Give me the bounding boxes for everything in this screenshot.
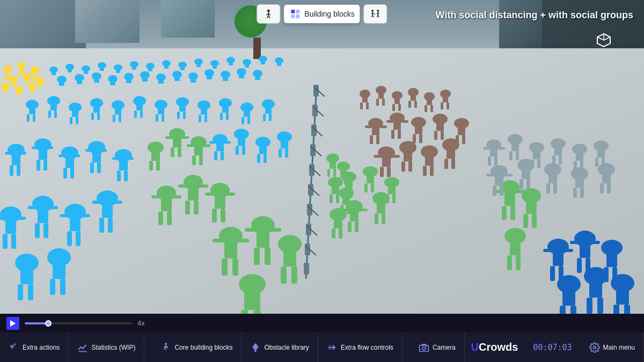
svg-point-516 [593, 346, 596, 349]
progress-track[interactable] [25, 322, 132, 324]
svg-rect-490 [291, 10, 295, 13]
obstacle-library-label: Obstacle library [264, 344, 309, 351]
svg-point-495 [377, 10, 379, 12]
svg-line-488 [267, 16, 268, 18]
ground-plane [0, 48, 644, 333]
pedestrian-icon [262, 8, 274, 20]
svg-line-483 [597, 37, 604, 40]
flow-arrow-icon [327, 342, 338, 353]
obstacle-library-tool[interactable]: Obstacle library [241, 333, 318, 362]
svg-line-503 [373, 15, 374, 17]
svg-marker-507 [10, 320, 16, 327]
statistics-label: Statistics (WIP) [91, 344, 135, 351]
extra-flow-controls-tool[interactable]: Extra flow controls [318, 333, 402, 362]
timer-display: 00:07:03 [524, 333, 580, 362]
building-center [161, 0, 215, 38]
bottom-center-tools: Core building blocks Obstacle library Ex… [152, 333, 402, 362]
main-menu-tool[interactable]: Main menu [581, 333, 644, 362]
svg-rect-493 [296, 14, 299, 18]
play-button[interactable] [6, 317, 19, 330]
extra-actions-tool[interactable]: Extra actions [0, 333, 69, 362]
camera-icon [419, 342, 429, 353]
speed-label: 4x [137, 319, 145, 327]
brand-text: UCrowds [471, 341, 518, 353]
simulation-mode-text: With social distancing + with social gro… [436, 10, 633, 21]
extra-flow-controls-label: Extra flow controls [341, 344, 393, 351]
main-menu-label: Main menu [603, 344, 635, 351]
core-building-blocks-label: Core building blocks [174, 344, 232, 351]
toolbar-btn-social[interactable] [364, 4, 387, 24]
svg-point-515 [426, 346, 427, 347]
camera-tool[interactable]: Camera [410, 333, 465, 362]
svg-line-482 [604, 37, 610, 40]
building-blocks-label: Building blocks [304, 10, 354, 18]
brand-u: U [471, 341, 479, 353]
toolbar-btn-pedestrian[interactable] [257, 4, 280, 24]
svg-line-505 [378, 15, 379, 17]
svg-rect-513 [420, 345, 429, 351]
timer-value: 00:07:03 [533, 343, 572, 352]
progress-thumb[interactable] [45, 320, 52, 327]
chart-icon [77, 342, 88, 353]
svg-rect-510 [255, 350, 257, 352]
svg-rect-492 [291, 14, 295, 18]
wrench-icon [9, 342, 19, 353]
svg-point-494 [372, 10, 374, 12]
camera-label: Camera [433, 344, 456, 351]
svg-point-509 [165, 343, 167, 345]
extra-actions-label: Extra actions [23, 344, 60, 351]
ucrowds-branding: UCrowds [465, 333, 525, 362]
tree-icon [250, 342, 261, 353]
playback-bar: 4x [0, 314, 644, 333]
toolbar-btn-building-blocks[interactable]: Building blocks [283, 4, 360, 24]
core-building-blocks-tool[interactable]: Core building blocks [152, 333, 241, 362]
top-toolbar: Building blocks [255, 4, 389, 24]
statistics-tool[interactable]: Statistics (WIP) [69, 333, 144, 362]
svg-rect-491 [296, 10, 299, 13]
cube-3d-icon [596, 32, 612, 48]
bottom-left-tools: Extra actions Statistics (WIP) [0, 333, 144, 362]
building-blocks-icon [289, 8, 301, 20]
social-distance-icon [370, 8, 382, 20]
bottom-toolbar: Extra actions Statistics (WIP) Core buil… [0, 333, 644, 362]
building-left2 [75, 0, 140, 43]
svg-line-489 [268, 16, 270, 18]
person-walk-icon [160, 342, 171, 353]
gear-icon [589, 342, 600, 353]
svg-point-514 [422, 346, 426, 350]
simulation-viewport: With social distancing + with social gro… [0, 0, 644, 333]
bottom-right-tools: Camera UCrowds 00:07:03 Main menu [410, 333, 644, 362]
svg-point-484 [267, 10, 270, 12]
